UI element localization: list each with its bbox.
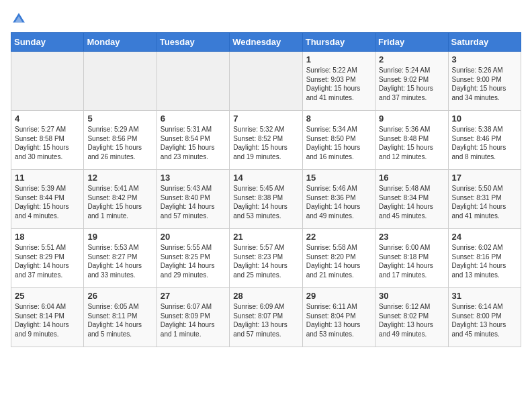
day-number: 25	[15, 291, 80, 301]
calendar-cell: 20Sunrise: 5:55 AM Sunset: 8:25 PM Dayli…	[157, 229, 229, 288]
weekday-header-sunday: Sunday	[11, 33, 84, 52]
calendar-cell: 21Sunrise: 5:57 AM Sunset: 8:23 PM Dayli…	[230, 229, 302, 288]
day-number: 10	[452, 113, 517, 124]
calendar-cell: 2Sunrise: 5:24 AM Sunset: 9:02 PM Daylig…	[375, 52, 448, 111]
logo	[11, 11, 30, 27]
day-number: 17	[452, 173, 517, 183]
calendar-week-row: 18Sunrise: 5:51 AM Sunset: 8:29 PM Dayli…	[11, 229, 521, 288]
calendar-cell: 3Sunrise: 5:26 AM Sunset: 9:00 PM Daylig…	[448, 52, 521, 111]
cell-info-text: Sunrise: 6:11 AM Sunset: 8:04 PM Dayligh…	[306, 302, 371, 338]
cell-info-text: Sunrise: 5:45 AM Sunset: 8:38 PM Dayligh…	[233, 184, 298, 220]
cell-info-text: Sunrise: 5:26 AM Sunset: 9:00 PM Dayligh…	[452, 66, 517, 102]
day-number: 20	[161, 232, 226, 242]
cell-info-text: Sunrise: 5:41 AM Sunset: 8:42 PM Dayligh…	[87, 184, 152, 220]
calendar-cell: 16Sunrise: 5:48 AM Sunset: 8:34 PM Dayli…	[375, 170, 448, 229]
day-number: 29	[306, 291, 371, 301]
weekday-header-tuesday: Tuesday	[157, 33, 229, 52]
day-number: 5	[87, 113, 152, 124]
day-number: 9	[379, 113, 444, 124]
cell-info-text: Sunrise: 5:57 AM Sunset: 8:23 PM Dayligh…	[233, 243, 298, 279]
calendar-cell: 28Sunrise: 6:09 AM Sunset: 8:07 PM Dayli…	[230, 288, 302, 347]
calendar-cell: 23Sunrise: 6:00 AM Sunset: 8:18 PM Dayli…	[375, 229, 448, 288]
weekday-header-friday: Friday	[375, 33, 448, 52]
calendar-cell: 17Sunrise: 5:50 AM Sunset: 8:31 PM Dayli…	[448, 170, 521, 229]
cell-info-text: Sunrise: 5:34 AM Sunset: 8:50 PM Dayligh…	[306, 125, 371, 161]
calendar-cell: 5Sunrise: 5:29 AM Sunset: 8:56 PM Daylig…	[84, 111, 157, 170]
day-number: 22	[306, 232, 371, 242]
cell-info-text: Sunrise: 5:43 AM Sunset: 8:40 PM Dayligh…	[161, 184, 226, 220]
day-number: 3	[452, 54, 517, 64]
day-number: 14	[233, 173, 298, 183]
cell-info-text: Sunrise: 5:55 AM Sunset: 8:25 PM Dayligh…	[161, 243, 226, 279]
calendar-cell	[157, 52, 229, 111]
day-number: 13	[161, 173, 226, 183]
day-number: 2	[379, 54, 444, 64]
day-number: 30	[379, 291, 444, 301]
calendar-week-row: 11Sunrise: 5:39 AM Sunset: 8:44 PM Dayli…	[11, 170, 521, 229]
calendar-cell: 1Sunrise: 5:22 AM Sunset: 9:03 PM Daylig…	[302, 52, 375, 111]
cell-info-text: Sunrise: 5:46 AM Sunset: 8:36 PM Dayligh…	[306, 184, 371, 220]
weekday-header-wednesday: Wednesday	[230, 33, 302, 52]
day-number: 21	[233, 232, 298, 242]
day-number: 31	[452, 291, 517, 301]
day-number: 16	[379, 173, 444, 183]
cell-info-text: Sunrise: 5:39 AM Sunset: 8:44 PM Dayligh…	[15, 184, 80, 220]
calendar-cell: 24Sunrise: 6:02 AM Sunset: 8:16 PM Dayli…	[448, 229, 521, 288]
calendar-cell: 11Sunrise: 5:39 AM Sunset: 8:44 PM Dayli…	[11, 170, 84, 229]
day-number: 18	[15, 232, 80, 242]
calendar-cell: 26Sunrise: 6:05 AM Sunset: 8:11 PM Dayli…	[84, 288, 157, 347]
calendar-week-row: 1Sunrise: 5:22 AM Sunset: 9:03 PM Daylig…	[11, 52, 521, 111]
calendar-cell: 27Sunrise: 6:07 AM Sunset: 8:09 PM Dayli…	[157, 288, 229, 347]
day-number: 24	[452, 232, 517, 242]
calendar-cell	[84, 52, 157, 111]
day-number: 15	[306, 173, 371, 183]
calendar-cell	[230, 52, 302, 111]
weekday-header-monday: Monday	[84, 33, 157, 52]
day-number: 4	[15, 113, 80, 124]
cell-info-text: Sunrise: 5:58 AM Sunset: 8:20 PM Dayligh…	[306, 243, 371, 279]
cell-info-text: Sunrise: 5:38 AM Sunset: 8:46 PM Dayligh…	[452, 125, 517, 161]
day-number: 12	[87, 173, 152, 183]
calendar-cell: 12Sunrise: 5:41 AM Sunset: 8:42 PM Dayli…	[84, 170, 157, 229]
page-header	[11, 11, 521, 27]
day-number: 23	[379, 232, 444, 242]
cell-info-text: Sunrise: 5:32 AM Sunset: 8:52 PM Dayligh…	[233, 125, 298, 161]
calendar-cell: 4Sunrise: 5:27 AM Sunset: 8:58 PM Daylig…	[11, 111, 84, 170]
day-number: 19	[87, 232, 152, 242]
calendar-cell: 19Sunrise: 5:53 AM Sunset: 8:27 PM Dayli…	[84, 229, 157, 288]
cell-info-text: Sunrise: 5:27 AM Sunset: 8:58 PM Dayligh…	[15, 125, 80, 161]
calendar-cell: 25Sunrise: 6:04 AM Sunset: 8:14 PM Dayli…	[11, 288, 84, 347]
cell-info-text: Sunrise: 5:51 AM Sunset: 8:29 PM Dayligh…	[15, 243, 80, 279]
day-number: 1	[306, 54, 371, 64]
cell-info-text: Sunrise: 6:09 AM Sunset: 8:07 PM Dayligh…	[233, 302, 298, 338]
calendar-week-row: 25Sunrise: 6:04 AM Sunset: 8:14 PM Dayli…	[11, 288, 521, 347]
logo-icon	[11, 11, 27, 27]
cell-info-text: Sunrise: 6:07 AM Sunset: 8:09 PM Dayligh…	[161, 302, 226, 338]
day-number: 27	[161, 291, 226, 301]
cell-info-text: Sunrise: 6:04 AM Sunset: 8:14 PM Dayligh…	[15, 302, 80, 338]
cell-info-text: Sunrise: 5:29 AM Sunset: 8:56 PM Dayligh…	[87, 125, 152, 161]
day-number: 6	[161, 113, 226, 124]
cell-info-text: Sunrise: 6:12 AM Sunset: 8:02 PM Dayligh…	[379, 302, 444, 338]
calendar-cell	[11, 52, 84, 111]
cell-info-text: Sunrise: 6:02 AM Sunset: 8:16 PM Dayligh…	[452, 243, 517, 279]
cell-info-text: Sunrise: 5:24 AM Sunset: 9:02 PM Dayligh…	[379, 66, 444, 102]
calendar-cell: 9Sunrise: 5:36 AM Sunset: 8:48 PM Daylig…	[375, 111, 448, 170]
cell-info-text: Sunrise: 5:36 AM Sunset: 8:48 PM Dayligh…	[379, 125, 444, 161]
weekday-header-thursday: Thursday	[302, 33, 375, 52]
cell-info-text: Sunrise: 5:22 AM Sunset: 9:03 PM Dayligh…	[306, 66, 371, 102]
calendar-week-row: 4Sunrise: 5:27 AM Sunset: 8:58 PM Daylig…	[11, 111, 521, 170]
cell-info-text: Sunrise: 6:05 AM Sunset: 8:11 PM Dayligh…	[87, 302, 152, 338]
calendar-cell: 18Sunrise: 5:51 AM Sunset: 8:29 PM Dayli…	[11, 229, 84, 288]
cell-info-text: Sunrise: 5:50 AM Sunset: 8:31 PM Dayligh…	[452, 184, 517, 220]
day-number: 26	[87, 291, 152, 301]
cell-info-text: Sunrise: 6:14 AM Sunset: 8:00 PM Dayligh…	[452, 302, 517, 338]
cell-info-text: Sunrise: 5:31 AM Sunset: 8:54 PM Dayligh…	[161, 125, 226, 161]
calendar-table: SundayMondayTuesdayWednesdayThursdayFrid…	[11, 32, 521, 347]
calendar-cell: 30Sunrise: 6:12 AM Sunset: 8:02 PM Dayli…	[375, 288, 448, 347]
calendar-cell: 14Sunrise: 5:45 AM Sunset: 8:38 PM Dayli…	[230, 170, 302, 229]
calendar-cell: 13Sunrise: 5:43 AM Sunset: 8:40 PM Dayli…	[157, 170, 229, 229]
calendar-cell: 6Sunrise: 5:31 AM Sunset: 8:54 PM Daylig…	[157, 111, 229, 170]
cell-info-text: Sunrise: 5:48 AM Sunset: 8:34 PM Dayligh…	[379, 184, 444, 220]
calendar-cell: 10Sunrise: 5:38 AM Sunset: 8:46 PM Dayli…	[448, 111, 521, 170]
